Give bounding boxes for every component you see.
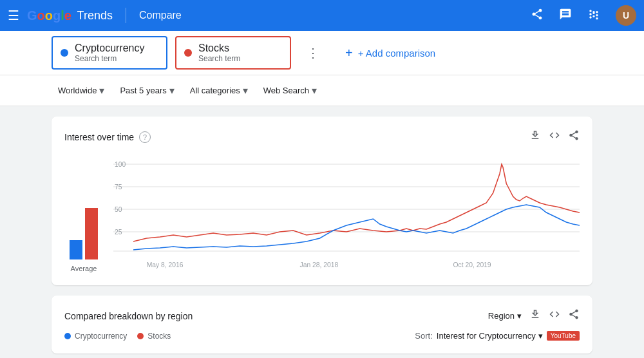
google-trends-logo: Google Trends [27,8,113,23]
region-share-icon[interactable] [568,308,580,323]
region-embed-icon[interactable] [549,308,560,323]
sort-select-button[interactable]: Interest for Cryptocurrency ▾ [437,331,543,341]
download-icon[interactable] [529,129,541,144]
search-terms-bar: Cryptocurrency Search term Stocks Search… [0,31,644,75]
geo-filter[interactable]: Worldwide ▾ [52,80,111,100]
region-filter-label: Region [488,311,515,321]
trends-label: Trends [74,9,113,23]
chart-actions [529,129,580,144]
help-icon[interactable]: ? [139,131,151,143]
embed-icon[interactable] [549,129,560,144]
sort-label: Sort: [415,331,432,341]
svg-text:May 8, 2016: May 8, 2016 [147,261,184,268]
add-icon: + [345,46,353,61]
region-title: Compared breakdown by region [64,311,193,321]
search-term-1[interactable]: Cryptocurrency Search term [52,36,167,70]
search-type-chevron-icon: ▾ [312,84,317,97]
add-comparison-button[interactable]: + + Add comparison [335,41,446,66]
line-chart-svg: 100 75 50 25 May 8, 2016 Jan 28, 2018 Oc… [113,155,580,270]
time-chevron-icon: ▾ [169,84,175,97]
legend: Cryptocurrency Stocks [64,332,171,341]
term2-info: Stocks Search term [198,42,240,63]
chart-title: Interest over time [64,132,134,142]
term1-label: Cryptocurrency [75,42,144,54]
avg-label: Average [71,265,97,272]
chart-title-group: Interest over time ? [64,131,151,143]
sort-value-label: Interest for Cryptocurrency [437,331,536,341]
category-filter-label: All categories [190,86,240,95]
chart-svg-container: 100 75 50 25 May 8, 2016 Jan 28, 2018 Oc… [113,155,580,272]
legend-item-crypto: Cryptocurrency [64,332,127,341]
compare-label: Compare [139,10,182,21]
category-filter[interactable]: All categories ▾ [184,80,254,100]
average-bars: Average [64,155,103,272]
share-icon[interactable] [531,8,544,24]
avg-bar-blue [70,240,82,259]
more-options-icon[interactable]: ⋮ [301,40,325,66]
svg-text:100: 100 [115,161,126,168]
avg-bar-red [85,208,98,259]
legend-item-stocks: Stocks [137,332,171,341]
term1-type: Search term [75,54,144,63]
compared-breakdown-card: Compared breakdown by region Region ▾ [52,296,592,353]
hamburger-menu[interactable]: ☰ [8,8,19,23]
legend-label-crypto: Cryptocurrency [75,332,127,341]
term1-dot [61,49,68,57]
region-filter-chevron-icon: ▾ [517,311,522,321]
geo-chevron-icon: ▾ [99,84,104,97]
avg-bars-inner [70,182,98,259]
search-term-2[interactable]: Stocks Search term [175,36,291,70]
region-download-icon[interactable] [529,308,541,323]
legend-dot-stocks [137,333,144,339]
feedback-icon[interactable] [559,8,572,24]
time-filter[interactable]: Past 5 years ▾ [113,80,180,100]
youtube-subscribe-button[interactable]: YouTube [547,331,580,341]
svg-text:75: 75 [115,184,122,191]
search-type-label: Web Search [263,86,309,95]
add-comparison-label: + Add comparison [358,48,436,59]
nav-divider [126,8,126,23]
user-avatar[interactable]: U [616,5,636,26]
category-chevron-icon: ▾ [243,84,248,97]
term2-dot [184,49,192,57]
svg-text:Oct 20, 2019: Oct 20, 2019 [453,261,491,268]
term1-info: Cryptocurrency Search term [75,42,144,63]
region-bottom: Cryptocurrency Stocks Sort: Interest for… [64,331,580,341]
svg-text:Jan 28, 2018: Jan 28, 2018 [300,261,339,268]
chart-area: Average 100 75 50 25 [64,155,580,272]
legend-label-stocks: Stocks [147,332,171,341]
region-header: Compared breakdown by region Region ▾ [64,308,580,323]
svg-text:50: 50 [115,206,122,213]
term2-label: Stocks [198,42,240,54]
interest-over-time-card: Interest over time ? [52,117,592,285]
apps-icon[interactable] [587,8,600,24]
chart-header: Interest over time ? [64,129,580,144]
region-filter-button[interactable]: Region ▾ [488,311,522,321]
svg-text:25: 25 [115,229,122,236]
geo-filter-label: Worldwide [58,86,97,95]
share-chart-icon[interactable] [568,129,580,144]
main-content: Interest over time ? [0,106,644,358]
term2-type: Search term [198,54,240,63]
time-filter-label: Past 5 years [120,86,166,95]
sort-group: Sort: Interest for Cryptocurrency ▾ YouT… [415,331,580,341]
search-type-filter[interactable]: Web Search ▾ [257,80,323,100]
region-right: Region ▾ [488,308,580,323]
filter-bar: Worldwide ▾ Past 5 years ▾ All categorie… [0,75,644,106]
top-nav: ☰ Google Trends Compare U [0,0,644,31]
sort-chevron-icon: ▾ [538,331,543,341]
legend-dot-crypto [64,333,71,339]
